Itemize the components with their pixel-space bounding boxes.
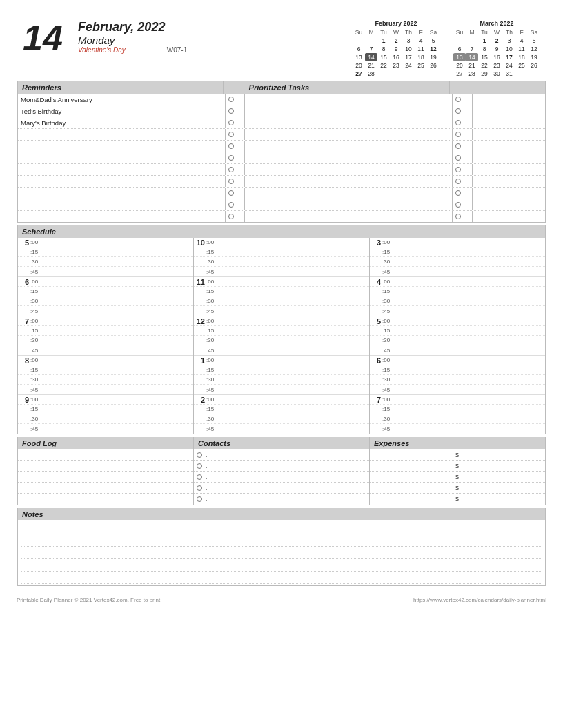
time-row[interactable]: :15 xyxy=(18,247,193,257)
food-row[interactable] xyxy=(18,449,193,461)
time-row[interactable]: 10:00 xyxy=(194,238,369,247)
expense-row[interactable]: $ xyxy=(370,472,545,483)
time-row[interactable]: :45 xyxy=(18,306,193,316)
task-cell[interactable] xyxy=(245,141,453,152)
expense-row[interactable]: $ xyxy=(370,494,545,505)
task-checkbox-right[interactable] xyxy=(455,214,461,219)
time-row[interactable]: :30 xyxy=(194,257,369,267)
task-checkbox-cell-right[interactable] xyxy=(453,105,472,117)
task-checkbox-right[interactable] xyxy=(455,143,461,149)
time-row[interactable]: :45 xyxy=(18,267,193,276)
task-checkbox[interactable] xyxy=(228,97,234,102)
reminder-cell[interactable]: Mary's Birthday xyxy=(18,117,226,128)
task-checkbox-cell-right[interactable] xyxy=(453,141,472,152)
time-row[interactable]: :30 xyxy=(194,375,369,385)
time-row[interactable]: 7:00 xyxy=(370,395,545,405)
contact-checkbox[interactable] xyxy=(197,452,202,458)
task-checkbox-cell-right[interactable] xyxy=(453,199,472,210)
task-checkbox-right[interactable] xyxy=(455,97,461,102)
food-row[interactable] xyxy=(18,472,193,483)
task-cell[interactable] xyxy=(245,164,453,175)
task-cell[interactable] xyxy=(245,188,453,199)
contact-row[interactable]: : xyxy=(194,472,369,483)
reminder-cell[interactable] xyxy=(18,141,226,152)
task-checkbox[interactable] xyxy=(228,155,234,161)
task-cell[interactable] xyxy=(245,199,453,210)
task-checkbox-cell[interactable] xyxy=(226,141,245,152)
time-row[interactable]: 2:00 xyxy=(194,395,369,405)
time-row[interactable]: :45 xyxy=(370,424,545,434)
reminder-cell[interactable] xyxy=(18,188,226,199)
contact-row[interactable]: : xyxy=(194,483,369,494)
food-row[interactable] xyxy=(18,461,193,472)
time-row[interactable]: :45 xyxy=(370,385,545,394)
time-row[interactable]: :45 xyxy=(194,424,369,434)
time-row[interactable]: :30 xyxy=(18,336,193,345)
notes-line[interactable] xyxy=(21,547,542,559)
notes-line[interactable] xyxy=(21,572,542,584)
task-checkbox[interactable] xyxy=(228,179,234,184)
time-row[interactable]: 6:00 xyxy=(18,277,193,287)
task-checkbox-cell-right[interactable] xyxy=(453,152,472,163)
task-checkbox[interactable] xyxy=(228,214,234,219)
time-row[interactable]: :15 xyxy=(194,326,369,336)
task-cell[interactable] xyxy=(245,211,453,222)
time-row[interactable]: :15 xyxy=(194,365,369,375)
food-row[interactable] xyxy=(18,494,193,505)
task-cell[interactable] xyxy=(245,129,453,140)
task-checkbox-cell-right[interactable] xyxy=(453,129,472,140)
task-checkbox[interactable] xyxy=(228,132,234,137)
expense-row[interactable]: $ xyxy=(370,461,545,472)
task-checkbox[interactable] xyxy=(228,190,234,196)
contact-checkbox[interactable] xyxy=(197,496,202,502)
time-row[interactable]: 5:00 xyxy=(18,238,193,247)
time-row[interactable]: 9:00 xyxy=(18,395,193,405)
time-row[interactable]: :15 xyxy=(194,405,369,414)
task-checkbox-cell[interactable] xyxy=(226,105,245,117)
task-checkbox-right[interactable] xyxy=(455,120,461,125)
time-row[interactable]: :45 xyxy=(18,385,193,394)
time-row[interactable]: :45 xyxy=(18,424,193,434)
notes-line[interactable] xyxy=(21,522,542,534)
time-row[interactable]: :45 xyxy=(370,306,545,316)
time-row[interactable]: 7:00 xyxy=(18,316,193,326)
time-row[interactable]: 8:00 xyxy=(18,356,193,365)
time-row[interactable]: :30 xyxy=(370,375,545,385)
time-row[interactable]: :45 xyxy=(194,306,369,316)
time-row[interactable]: :15 xyxy=(18,287,193,296)
task-checkbox-cell[interactable] xyxy=(226,117,245,128)
task-checkbox-cell[interactable] xyxy=(226,94,245,105)
task-checkbox-cell-right[interactable] xyxy=(453,117,472,128)
time-row[interactable]: :45 xyxy=(370,345,545,355)
time-row[interactable]: :30 xyxy=(370,414,545,424)
task-checkbox-cell[interactable] xyxy=(226,164,245,175)
expense-row[interactable]: $ xyxy=(370,483,545,494)
time-row[interactable]: 12:00 xyxy=(194,316,369,326)
task-checkbox-right[interactable] xyxy=(455,132,461,137)
time-row[interactable]: :45 xyxy=(194,385,369,394)
reminder-cell[interactable] xyxy=(18,176,226,187)
task-cell[interactable] xyxy=(245,152,453,163)
task-checkbox-cell[interactable] xyxy=(226,199,245,210)
reminder-cell[interactable] xyxy=(18,211,226,222)
task-checkbox-cell[interactable] xyxy=(226,129,245,140)
expense-row[interactable]: $ xyxy=(370,449,545,461)
reminder-cell[interactable] xyxy=(18,129,226,140)
reminder-cell[interactable]: Ted's Birthday xyxy=(18,105,226,117)
reminder-cell[interactable]: Mom&Dad's Anniversary xyxy=(18,94,226,105)
task-checkbox-right[interactable] xyxy=(455,108,461,114)
time-row[interactable]: :30 xyxy=(18,375,193,385)
time-row[interactable]: 1:00 xyxy=(194,356,369,365)
time-row[interactable]: 6:00 xyxy=(370,356,545,365)
contact-row[interactable]: : xyxy=(194,494,369,505)
reminder-cell[interactable] xyxy=(18,152,226,163)
task-checkbox-cell-right[interactable] xyxy=(453,188,472,199)
time-row[interactable]: :30 xyxy=(194,296,369,306)
task-checkbox[interactable] xyxy=(228,202,234,208)
time-row[interactable]: :15 xyxy=(370,365,545,375)
task-checkbox[interactable] xyxy=(228,143,234,149)
contact-checkbox[interactable] xyxy=(197,474,202,480)
time-row[interactable]: :30 xyxy=(370,336,545,345)
task-cell[interactable] xyxy=(245,94,453,105)
time-row[interactable]: :30 xyxy=(194,414,369,424)
